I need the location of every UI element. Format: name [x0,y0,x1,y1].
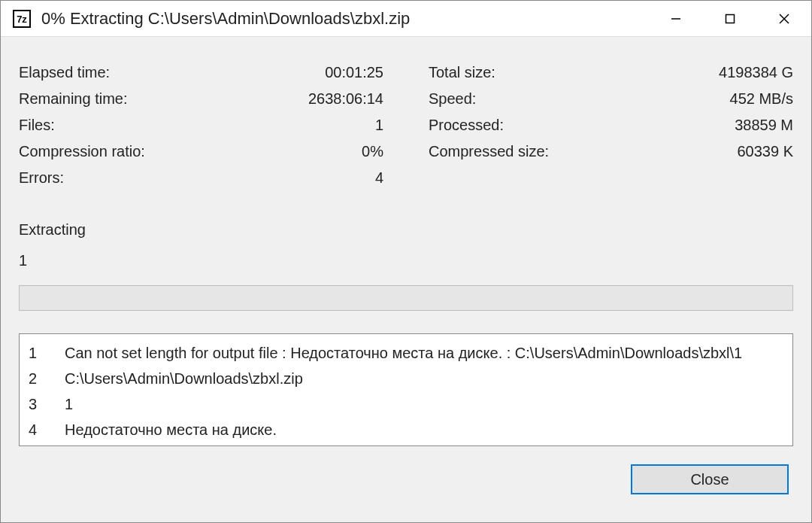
total-size-label: Total size: [429,59,495,86]
error-num: 4 [29,417,65,442]
close-window-button[interactable] [757,1,811,37]
svg-rect-3 [726,14,735,23]
error-text: 1 [65,391,73,417]
error-text: Can not set length for output file : Нед… [65,340,742,366]
maximize-button[interactable] [703,1,757,37]
progress-bar [19,285,793,311]
dialog-content: Elapsed time:00:01:25 Remaining time:263… [1,37,811,522]
processed-value: 38859 M [735,112,793,138]
remaining-value: 2638:06:14 [308,86,383,112]
error-num: 3 [29,391,65,417]
svg-text:7z: 7z [17,14,27,25]
speed-label: Speed: [429,86,476,112]
compressed-value: 60339 K [737,138,793,165]
app-icon: 7z [11,8,32,29]
stats-panel: Elapsed time:00:01:25 Remaining time:263… [19,59,793,191]
files-value: 1 [375,112,383,138]
remaining-label: Remaining time: [19,86,128,112]
error-row: 31 [29,391,783,417]
speed-value: 452 MB/s [730,86,793,112]
error-num: 1 [29,340,65,366]
error-row: 1Can not set length for output file : Не… [29,340,783,366]
current-file: 1 [19,249,793,272]
ratio-label: Compression ratio: [19,138,145,165]
errors-value: 4 [375,165,383,191]
window-controls [649,1,811,37]
error-text: C:\Users\Admin\Downloads\zbxl.zip [65,366,303,391]
errors-label: Errors: [19,165,64,191]
close-button[interactable]: Close [631,464,789,494]
stats-left: Elapsed time:00:01:25 Remaining time:263… [19,59,383,191]
files-label: Files: [19,112,55,138]
error-num: 2 [29,366,65,391]
elapsed-value: 00:01:25 [325,59,383,86]
error-row: 2C:\Users\Admin\Downloads\zbxl.zip [29,366,783,391]
error-text: Недостаточно места на диске. [65,417,277,442]
title-bar: 7z 0% Extracting C:\Users\Admin\Download… [1,1,811,37]
error-list[interactable]: 1Can not set length for output file : Не… [19,333,793,446]
ratio-value: 0% [362,138,383,165]
processed-label: Processed: [429,112,504,138]
dialog-footer: Close [19,464,793,494]
extraction-dialog: 7z 0% Extracting C:\Users\Admin\Download… [0,0,812,523]
total-size-value: 4198384 G [719,59,793,86]
elapsed-label: Elapsed time: [19,59,110,86]
status-text: Extracting [19,217,793,242]
stats-right: Total size:4198384 G Speed:452 MB/s Proc… [429,59,793,191]
error-row: 4Недостаточно места на диске. [29,417,783,442]
window-title: 0% Extracting C:\Users\Admin\Downloads\z… [41,9,649,29]
minimize-button[interactable] [649,1,703,37]
compressed-label: Compressed size: [429,138,549,165]
